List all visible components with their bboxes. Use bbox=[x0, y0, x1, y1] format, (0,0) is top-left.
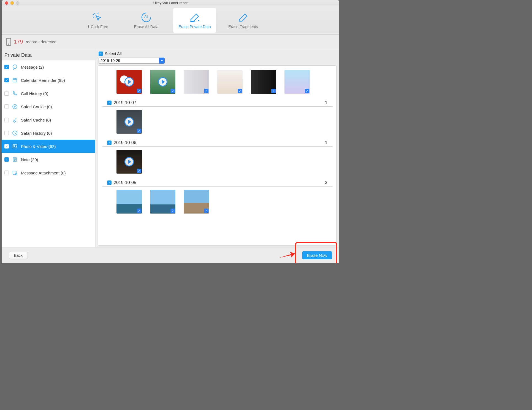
thumbnail[interactable]: ✓ bbox=[184, 190, 209, 214]
svg-line-2 bbox=[93, 17, 94, 17]
window-controls bbox=[5, 1, 19, 5]
chevron-down-icon[interactable] bbox=[159, 58, 165, 64]
svg-point-5 bbox=[150, 18, 151, 19]
thumbnail[interactable]: ✓ bbox=[150, 190, 175, 214]
thumbnail-checkbox[interactable]: ✓ bbox=[305, 89, 309, 93]
thumbnail-checkbox[interactable]: ✓ bbox=[271, 89, 276, 93]
date-dropdown-input[interactable] bbox=[99, 58, 159, 64]
group-header[interactable]: 2019-10-061 bbox=[102, 139, 332, 147]
svg-text:All: All bbox=[144, 15, 148, 19]
thumbnail-checkbox[interactable]: ✓ bbox=[238, 89, 242, 93]
sidebar-item-checkbox[interactable] bbox=[4, 171, 9, 175]
svg-point-16 bbox=[14, 145, 15, 146]
sidebar-item-message[interactable]: Message (2) bbox=[2, 60, 95, 74]
tab-label: Erase Private Data bbox=[178, 25, 211, 29]
thumbnail[interactable]: ✓ bbox=[251, 70, 276, 94]
group-date-label: 2019-10-05 bbox=[114, 180, 136, 185]
select-all-label: Select All bbox=[105, 51, 122, 56]
sidebar-item-safaricookie[interactable]: Safari Cookie (0) bbox=[2, 100, 95, 113]
footer: Back Erase Now bbox=[2, 247, 339, 263]
group-checkbox[interactable] bbox=[107, 180, 112, 185]
group-header[interactable]: 2019-10-053 bbox=[102, 179, 332, 187]
attach-icon bbox=[12, 170, 18, 176]
select-all-checkbox[interactable] bbox=[99, 52, 103, 56]
thumbnail[interactable]: ✓ bbox=[116, 70, 142, 94]
records-count: 179 bbox=[14, 39, 23, 45]
sidebar-item-photovideo[interactable]: Photo & Video (62) bbox=[2, 140, 95, 153]
thumbnail[interactable]: ✓ bbox=[150, 70, 175, 94]
thumbnail-checkbox[interactable]: ✓ bbox=[170, 89, 175, 93]
group-date-label: 2019-10-07 bbox=[114, 100, 136, 105]
thumbnail-checkbox[interactable]: ✓ bbox=[137, 129, 141, 133]
sidebar-item-checkbox[interactable] bbox=[4, 91, 9, 96]
group-header[interactable]: 2019-10-071 bbox=[102, 99, 332, 107]
sidebar-item-note[interactable]: Note (20) bbox=[2, 153, 95, 166]
sidebar-item-attach[interactable]: Message Attachment (0) bbox=[2, 166, 95, 179]
thumbnail[interactable]: ✓ bbox=[116, 190, 142, 214]
close-window-button[interactable] bbox=[5, 1, 8, 5]
group-checkbox[interactable] bbox=[107, 101, 112, 105]
group-checkbox[interactable] bbox=[107, 141, 112, 145]
back-button[interactable]: Back bbox=[9, 252, 28, 259]
svg-line-1 bbox=[98, 13, 98, 14]
sidebar-item-safaricache[interactable]: Safari Cache (0) bbox=[2, 113, 95, 126]
cursor-icon bbox=[92, 12, 103, 23]
phone-icon bbox=[6, 38, 11, 46]
thumbnail-checkbox[interactable]: ✓ bbox=[137, 209, 141, 213]
sidebar-item-label: Photo & Video (62) bbox=[21, 144, 56, 149]
titlebar: UkeySoft FoneEraser bbox=[2, 0, 339, 6]
thumbs-row: ✓✓✓ bbox=[98, 187, 336, 216]
group-count: 3 bbox=[325, 180, 327, 185]
sidebar-item-label: Call History (0) bbox=[21, 91, 48, 96]
group-count: 1 bbox=[325, 140, 327, 145]
sidebar-item-checkbox[interactable] bbox=[4, 104, 9, 109]
message-icon bbox=[12, 64, 18, 70]
thumbnail[interactable]: ✓ bbox=[116, 150, 142, 174]
content: Select All ✓✓✓✓✓✓2019-10-071✓2019-10-061… bbox=[95, 49, 339, 247]
play-icon bbox=[158, 77, 167, 87]
svg-point-8 bbox=[13, 65, 17, 69]
sidebar-item-checkbox[interactable] bbox=[4, 144, 9, 149]
sidebar-item-label: Calendar,Reminder (95) bbox=[21, 78, 65, 83]
erase-now-button[interactable]: Erase Now bbox=[302, 251, 332, 259]
sidebar-item-label: Note (20) bbox=[21, 157, 38, 162]
sidebar-item-checkbox[interactable] bbox=[4, 78, 9, 82]
sidebar-item-checkbox[interactable] bbox=[4, 157, 9, 162]
sidebar-item-safarihistory[interactable]: Safari History (0) bbox=[2, 126, 95, 140]
sidebar-item-checkbox[interactable] bbox=[4, 131, 9, 135]
thumbnail-checkbox[interactable]: ✓ bbox=[137, 89, 141, 93]
records-bar: 179 records detected. bbox=[2, 35, 339, 49]
zoom-window-button[interactable] bbox=[16, 1, 19, 5]
svg-line-3 bbox=[93, 14, 94, 15]
tab-click-free[interactable]: 1-Click Free bbox=[76, 8, 119, 33]
sidebar-item-callhistory[interactable]: Call History (0) bbox=[2, 87, 95, 100]
minimize-window-button[interactable] bbox=[10, 1, 14, 5]
tab-erase-all[interactable]: All Erase All Data bbox=[125, 8, 168, 33]
thumbs-row: ✓✓✓✓✓✓ bbox=[98, 67, 336, 96]
sidebar-item-label: Safari Cookie (0) bbox=[21, 104, 52, 109]
thumbnail[interactable]: ✓ bbox=[284, 70, 310, 94]
select-all-row[interactable]: Select All bbox=[99, 51, 336, 56]
thumbnail[interactable]: ✓ bbox=[184, 70, 209, 94]
tab-erase-private[interactable]: Erase Private Data bbox=[173, 8, 216, 33]
sidebar-item-checkbox[interactable] bbox=[4, 65, 9, 69]
thumbnail-checkbox[interactable]: ✓ bbox=[170, 209, 175, 213]
records-suffix: records detected. bbox=[26, 39, 58, 44]
thumbnail-group: 2019-10-053✓✓✓ bbox=[98, 179, 336, 216]
gallery[interactable]: ✓✓✓✓✓✓2019-10-071✓2019-10-061✓2019-10-05… bbox=[98, 65, 336, 246]
sidebar-item-checkbox[interactable] bbox=[4, 118, 9, 122]
sidebar-item-calendar[interactable]: Calendar,Reminder (95) bbox=[2, 74, 95, 87]
thumbnail-checkbox[interactable]: ✓ bbox=[204, 209, 208, 213]
window-title: UkeySoft FoneEraser bbox=[153, 1, 188, 5]
thumbnail-checkbox[interactable]: ✓ bbox=[204, 89, 208, 93]
date-dropdown[interactable] bbox=[99, 58, 165, 64]
thumbs-row: ✓ bbox=[98, 107, 336, 136]
thumbnail-checkbox[interactable]: ✓ bbox=[137, 169, 141, 173]
svg-rect-9 bbox=[13, 79, 17, 82]
tab-erase-fragments[interactable]: Erase Fragments bbox=[222, 8, 265, 33]
thumbnail-group: ✓✓✓✓✓✓ bbox=[98, 67, 336, 96]
thumbnail[interactable]: ✓ bbox=[116, 110, 142, 134]
clock-icon bbox=[12, 130, 18, 136]
sidebar-item-label: Message Attachment (0) bbox=[21, 171, 66, 175]
thumbnail[interactable]: ✓ bbox=[217, 70, 243, 94]
